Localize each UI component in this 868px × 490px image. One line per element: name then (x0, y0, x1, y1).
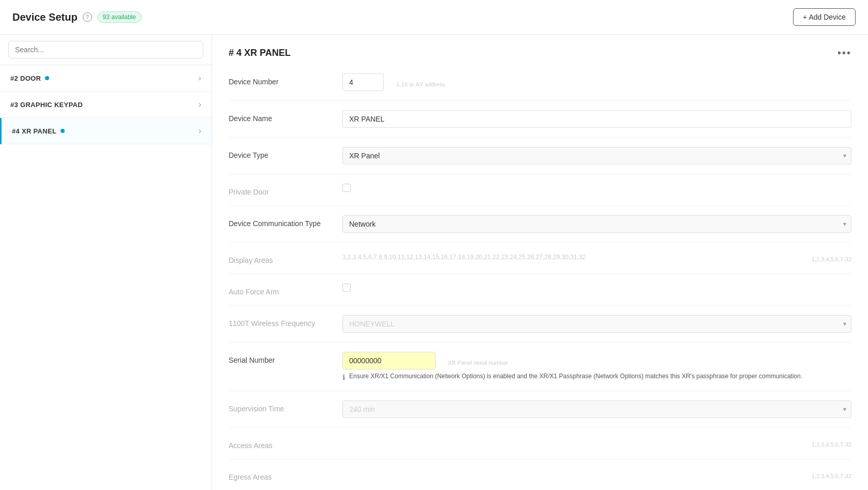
add-device-button[interactable]: + Add Device (793, 8, 856, 26)
main-layout: #2 DOOR › #3 GRAPHIC KEYPAD › #4 XR PANE… (0, 35, 868, 490)
private-door-label: Private Door (229, 184, 342, 196)
comm-type-value-wrapper: Network ▾ (342, 215, 851, 233)
display-areas-row: Display Areas 1,2,3,4,5,6,7,8,9,10,11,12… (229, 252, 851, 274)
wireless-freq-label: 1100T Wireless Frequency (229, 315, 342, 328)
private-door-checkbox[interactable] (342, 184, 351, 192)
supervision-time-select[interactable]: 240 min (342, 400, 851, 418)
egress-areas-hint: 1,2,3,4,5,6,7-32 (805, 469, 851, 479)
auto-force-arm-value-wrapper (342, 284, 851, 292)
comm-type-row: Device Communication Type Network ▾ (229, 215, 851, 243)
detail-title: # 4 XR PANEL (229, 48, 291, 58)
chevron-right-icon: › (199, 73, 201, 83)
auto-force-arm-checkbox[interactable] (342, 284, 351, 292)
egress-areas-label: Egress Areas (229, 469, 342, 481)
device-name-label: Device Name (229, 110, 342, 123)
private-door-value-wrapper (342, 184, 851, 192)
chevron-right-icon: › (199, 100, 201, 109)
search-container (0, 35, 212, 65)
device-type-select[interactable]: XR Panel (342, 147, 851, 165)
help-icon[interactable]: ? (83, 12, 92, 22)
available-badge: 93 available (97, 11, 142, 23)
access-areas-row: Access Areas 1,2,3,4,5,6,7-32 (229, 437, 851, 459)
access-areas-value-wrapper: 1,2,3,4,5,6,7-32 (342, 437, 851, 448)
sidebar-item-xr-panel[interactable]: #4 XR PANEL › (0, 118, 212, 144)
detail-header: # 4 XR PANEL ••• (229, 47, 851, 59)
device-number-label: Device Number (229, 73, 342, 86)
device-name-value-wrapper (342, 110, 851, 128)
header-left: Device Setup ? 93 available (12, 11, 142, 23)
detail-panel: # 4 XR PANEL ••• Device Number 1-16 or A… (212, 35, 868, 490)
access-areas-label: Access Areas (229, 437, 342, 450)
device-number-row: Device Number 1-16 or AX address (229, 73, 851, 101)
device-number-value-wrapper: 1-16 or AX address (342, 73, 851, 91)
comm-type-label: Device Communication Type (229, 215, 342, 228)
device-number-input[interactable] (342, 73, 384, 91)
serial-number-info-text: Ensure XR/X1 Communication (Network Opti… (349, 373, 802, 380)
serial-number-value-wrapper: XR Panel serial number ℹ Ensure XR/X1 Co… (342, 352, 851, 381)
sidebar-item-label: #2 DOOR (10, 75, 41, 82)
private-door-row: Private Door (229, 184, 851, 206)
wireless-freq-value-wrapper: HONEYWELL HONEYWELL ▾ (342, 315, 851, 333)
search-input[interactable] (8, 41, 203, 58)
device-type-label: Device Type (229, 147, 342, 159)
status-dot (61, 129, 65, 133)
app-header: Device Setup ? 93 available + Add Device (0, 0, 868, 35)
device-number-hint: 1-16 or AX address (390, 77, 445, 87)
device-type-value-wrapper: XR Panel ▾ (342, 147, 851, 165)
serial-number-row: Serial Number XR Panel serial number ℹ E… (229, 352, 851, 391)
sidebar-item-label: #3 GRAPHIC KEYPAD (10, 101, 83, 109)
serial-number-hint: XR Panel serial number (442, 355, 508, 366)
chevron-right-icon: › (199, 126, 201, 136)
supervision-time-label: Supervision Time (229, 400, 342, 413)
serial-number-info-box: ℹ Ensure XR/X1 Communication (Network Op… (342, 373, 851, 381)
egress-areas-value-wrapper: 1,2,3,4,5,6,7-32 (342, 469, 851, 479)
comm-type-select[interactable]: Network (342, 215, 851, 233)
display-areas-hint: 1,2,3,4,5,6,7-32 (805, 252, 851, 262)
egress-areas-row: Egress Areas 1,2,3,4,5,6,7-32 (229, 469, 851, 490)
more-options-icon[interactable]: ••• (837, 47, 851, 59)
display-areas-label: Display Areas (229, 252, 342, 264)
access-areas-hint: 1,2,3,4,5,6,7-32 (805, 437, 851, 448)
wireless-freq-select[interactable]: HONEYWELL HONEYWELL (342, 315, 851, 333)
display-areas-placeholder: 1,2,3,4,5,6,7,8,9,10,11,12,13,14,15,16,1… (342, 254, 805, 261)
auto-force-arm-label: Auto Force Arm (229, 284, 342, 296)
sidebar-item-graphic-keypad[interactable]: #3 GRAPHIC KEYPAD › (0, 92, 212, 118)
serial-number-label: Serial Number (229, 352, 342, 364)
auto-force-arm-row: Auto Force Arm (229, 284, 851, 306)
page-title: Device Setup (12, 11, 78, 23)
device-type-row: Device Type XR Panel ▾ (229, 147, 851, 174)
device-name-input[interactable] (342, 110, 851, 128)
serial-number-input[interactable] (342, 352, 436, 369)
info-icon: ℹ (342, 373, 345, 381)
wireless-freq-row: 1100T Wireless Frequency HONEYWELL HONEY… (229, 315, 851, 343)
sidebar-item-label: #4 XR PANEL (12, 127, 56, 135)
display-areas-value-wrapper: 1,2,3,4,5,6,7,8,9,10,11,12,13,14,15,16,1… (342, 252, 851, 262)
sidebar: #2 DOOR › #3 GRAPHIC KEYPAD › #4 XR PANE… (0, 35, 212, 490)
supervision-time-value-wrapper: 240 min ▾ (342, 400, 851, 418)
status-dot (45, 76, 49, 80)
sidebar-item-door[interactable]: #2 DOOR › (0, 65, 212, 92)
supervision-time-row: Supervision Time 240 min ▾ (229, 400, 851, 428)
device-name-row: Device Name (229, 110, 851, 138)
